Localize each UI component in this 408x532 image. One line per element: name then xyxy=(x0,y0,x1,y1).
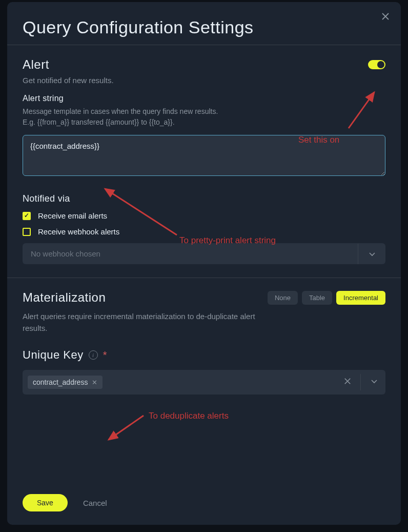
save-button[interactable]: Save xyxy=(23,494,68,511)
chevron-down-icon xyxy=(360,374,378,390)
unique-key-chip: contract_address ✕ xyxy=(28,376,103,389)
webhook-alerts-checkbox-row[interactable]: Receive webhook alerts xyxy=(23,227,385,236)
alert-string-input[interactable] xyxy=(23,135,385,176)
unique-key-select[interactable]: contract_address ✕ xyxy=(23,370,385,395)
alert-string-label: Alert string xyxy=(23,94,385,103)
modal-footer: Save Cancel xyxy=(7,484,401,525)
webhook-alerts-label: Receive webhook alerts xyxy=(38,227,119,236)
materialization-none-button[interactable]: None xyxy=(268,291,298,305)
chip-label: contract_address xyxy=(33,378,88,386)
alert-description: Get notified of new results. xyxy=(23,76,385,85)
materialization-table-button[interactable]: Table xyxy=(302,291,332,305)
info-icon[interactable]: i xyxy=(89,350,98,360)
alert-heading: Alert xyxy=(23,57,49,72)
alert-string-help: Message template in cases when the query… xyxy=(23,106,385,128)
webhook-select[interactable]: No webhook chosen xyxy=(23,243,385,264)
cancel-button[interactable]: Cancel xyxy=(83,499,107,507)
modal-header: Query Configuration Settings xyxy=(7,2,401,45)
materialization-heading: Materialization xyxy=(23,290,106,305)
unique-key-label: Unique Key i * xyxy=(23,348,385,362)
toggle-knob-icon xyxy=(377,61,384,68)
alert-toggle[interactable] xyxy=(368,60,385,69)
alert-section: Alert Get notified of new results. Alert… xyxy=(7,45,401,278)
materialization-section: Materialization None Table Incremental A… xyxy=(7,278,401,408)
materialization-description: Alert queries require incremental materi… xyxy=(23,311,258,334)
chevron-down-icon xyxy=(358,244,385,264)
materialization-options: None Table Incremental xyxy=(268,291,385,305)
checkbox-icon xyxy=(23,212,31,220)
clear-all-icon[interactable] xyxy=(339,378,356,387)
materialization-incremental-button[interactable]: Incremental xyxy=(336,291,385,305)
settings-modal: Query Configuration Settings Alert Get n… xyxy=(7,2,401,525)
email-alerts-checkbox-row[interactable]: Receive email alerts xyxy=(23,211,385,220)
modal-body: Alert Get notified of new results. Alert… xyxy=(7,45,401,484)
notified-via-heading: Notified via xyxy=(23,193,385,204)
modal-title: Query Configuration Settings xyxy=(23,17,254,37)
required-asterisk-icon: * xyxy=(103,349,107,361)
email-alerts-label: Receive email alerts xyxy=(38,211,107,220)
chip-remove-icon[interactable]: ✕ xyxy=(92,379,97,386)
close-icon[interactable] xyxy=(381,12,390,23)
checkbox-icon xyxy=(23,228,31,236)
webhook-select-placeholder: No webhook chosen xyxy=(31,249,100,258)
